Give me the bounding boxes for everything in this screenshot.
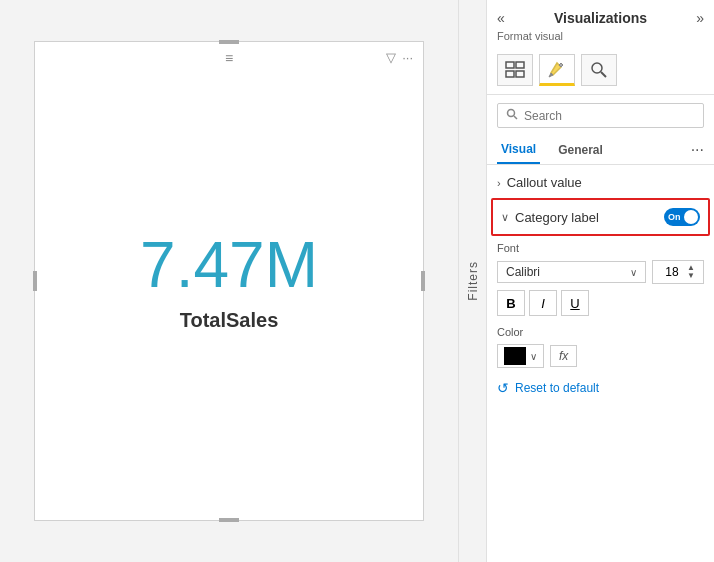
main-value-display: 7.47M [140,230,318,300]
callout-value-chevron-icon: › [497,177,501,189]
canvas-area: ≡ ▽ ··· 7.47M TotalSales [0,0,458,562]
resize-handle-bottom[interactable] [219,518,239,522]
toggle-on-label: On [668,212,681,222]
visual-card-top-bar: ≡ [35,50,423,66]
resize-handle-right[interactable] [421,271,425,291]
panel-title: Visualizations [554,10,647,26]
font-family-dropdown[interactable]: Calibri ∨ [497,261,646,283]
reset-to-default-row[interactable]: ↺ Reset to default [487,372,714,404]
italic-button[interactable]: I [529,290,557,316]
color-dropdown-arrow-icon: ∨ [530,351,537,362]
svg-rect-2 [506,71,514,77]
underline-button[interactable]: U [561,290,589,316]
font-dropdown-arrow-icon: ∨ [630,267,637,278]
collapse-left-icon[interactable]: « [497,10,505,26]
svg-point-4 [592,63,602,73]
color-picker-button[interactable]: ∨ [497,344,544,368]
tab-general[interactable]: General [554,137,607,163]
reset-icon: ↺ [497,380,509,396]
color-section: Color ∨ fx [487,322,714,372]
format-brush-button[interactable] [539,54,575,86]
visual-card-top-right: ▽ ··· [386,50,413,65]
visualizations-panel: « Visualizations » Format visual [486,0,714,562]
svg-rect-0 [506,62,514,68]
font-section-label: Font [497,242,704,254]
search-icon [506,108,518,123]
drag-handle-icon: ≡ [225,50,233,66]
svg-point-6 [508,110,515,117]
color-swatch [504,347,526,365]
toggle-knob [684,210,698,224]
font-size-value[interactable] [657,265,687,279]
font-size-spinners: ▲ ▼ [687,264,695,280]
tabs-more-icon[interactable]: ··· [691,141,704,159]
filters-label: Filters [466,261,480,301]
svg-line-5 [601,72,606,77]
main-label-display: TotalSales [180,309,279,332]
svg-rect-3 [516,71,524,77]
format-analytics-button[interactable] [581,54,617,86]
spinner-down-icon[interactable]: ▼ [687,272,695,280]
color-section-label: Color [497,326,704,338]
filters-strip[interactable]: Filters [458,0,486,562]
search-input[interactable] [524,109,695,123]
format-grid-button[interactable] [497,54,533,86]
callout-value-label: Callout value [507,175,704,190]
font-size-input[interactable]: ▲ ▼ [652,260,704,284]
callout-value-section[interactable]: › Callout value [487,167,714,198]
visual-card: ≡ ▽ ··· 7.47M TotalSales [34,41,424,521]
font-row: Calibri ∨ ▲ ▼ [497,260,704,284]
color-row: ∨ fx [497,344,704,368]
search-box[interactable] [497,103,704,128]
panel-subtitle: Format visual [487,30,714,50]
reset-label: Reset to default [515,381,599,395]
category-label-section: ∨ Category label On [491,198,710,236]
filter-icon[interactable]: ▽ [386,50,396,65]
panel-header: « Visualizations » [487,0,714,30]
resize-handle-top[interactable] [219,40,239,44]
font-style-buttons: B I U [497,290,704,316]
more-options-icon[interactable]: ··· [402,50,413,65]
resize-handle-left[interactable] [33,271,37,291]
expand-right-icon[interactable]: » [696,10,704,26]
category-label-text: Category label [515,210,664,225]
category-label-chevron-icon: ∨ [501,211,509,224]
tabs-row: Visual General ··· [487,136,714,165]
category-label-toggle[interactable]: On [664,208,700,226]
category-label-header[interactable]: ∨ Category label On [493,200,708,234]
svg-rect-1 [516,62,524,68]
svg-line-7 [514,116,517,119]
fx-button[interactable]: fx [550,345,577,367]
font-section: Font Calibri ∨ ▲ ▼ B I U [487,236,714,322]
tab-visual[interactable]: Visual [497,136,540,164]
format-icons-row [487,50,714,95]
bold-button[interactable]: B [497,290,525,316]
font-family-value: Calibri [506,265,540,279]
